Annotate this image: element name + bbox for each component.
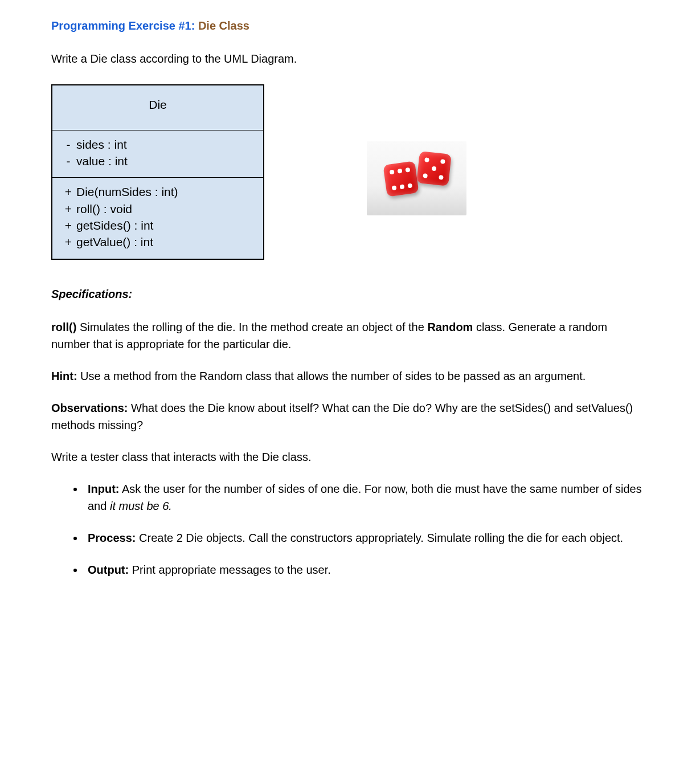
list-item: Output: Print appropriate messages to th… — [84, 561, 645, 578]
roll-label: roll() — [51, 321, 76, 333]
visibility: - — [60, 136, 76, 153]
task-italic: it must be 6. — [110, 500, 172, 512]
visibility: + — [60, 234, 76, 250]
signature: roll() : void — [76, 201, 255, 217]
observations-paragraph: Observations: What does the Die know abo… — [51, 399, 645, 434]
observations-label: Observations: — [51, 402, 128, 414]
dice-image-wrap — [367, 141, 466, 215]
uml-methods: + Die(numSides : int) + roll() : void + … — [52, 178, 263, 259]
task-label: Input: — [88, 483, 120, 495]
uml-attribute-row: - sides : int — [60, 136, 255, 153]
uml-and-image-row: Die - sides : int - value : int + Die(nu… — [51, 84, 645, 260]
dice-image — [367, 141, 466, 215]
random-label: Random — [427, 321, 473, 333]
uml-attribute-row: - value : int — [60, 153, 255, 169]
task-text: Create 2 Die objects. Call the construct… — [136, 532, 624, 544]
task-label: Output: — [88, 564, 129, 576]
roll-text-a: Simulates the rolling of the die. In the… — [76, 321, 427, 333]
signature: value : int — [76, 153, 255, 169]
observations-text: What does the Die know about itself? Wha… — [51, 402, 633, 431]
uml-method-row: + roll() : void — [60, 201, 255, 217]
visibility: + — [60, 183, 76, 200]
hint-paragraph: Hint: Use a method from the Random class… — [51, 368, 645, 385]
signature: getValue() : int — [76, 234, 255, 250]
uml-diagram: Die - sides : int - value : int + Die(nu… — [51, 84, 264, 260]
die-icon — [383, 161, 419, 197]
signature: getSides() : int — [76, 217, 255, 234]
task-text: Print appropriate messages to the user. — [129, 564, 331, 576]
uml-class-name: Die — [52, 85, 263, 130]
intro-text: Write a Die class according to the UML D… — [51, 50, 645, 67]
exercise-title: Programming Exercise #1: Die Class — [51, 17, 645, 34]
title-prefix: Programming Exercise #1: — [51, 19, 198, 32]
visibility: - — [60, 153, 76, 169]
hint-label: Hint: — [51, 370, 77, 382]
list-item: Input: Ask the user for the number of si… — [84, 480, 645, 514]
roll-paragraph: roll() Simulates the rolling of the die.… — [51, 318, 645, 353]
tester-paragraph: Write a tester class that interacts with… — [51, 448, 645, 466]
signature: sides : int — [76, 136, 255, 153]
signature: Die(numSides : int) — [76, 183, 255, 200]
task-label: Process: — [88, 532, 136, 544]
uml-method-row: + Die(numSides : int) — [60, 183, 255, 200]
visibility: + — [60, 201, 76, 217]
uml-attributes: - sides : int - value : int — [52, 130, 263, 178]
uml-method-row: + getValue() : int — [60, 234, 255, 250]
title-class: Die Class — [198, 19, 249, 32]
uml-method-row: + getSides() : int — [60, 217, 255, 234]
task-list: Input: Ask the user for the number of si… — [51, 480, 645, 578]
specifications-heading: Specifications: — [51, 285, 645, 303]
list-item: Process: Create 2 Die objects. Call the … — [84, 529, 645, 546]
visibility: + — [60, 217, 76, 234]
die-icon — [416, 151, 452, 186]
hint-text: Use a method from the Random class that … — [77, 370, 586, 382]
